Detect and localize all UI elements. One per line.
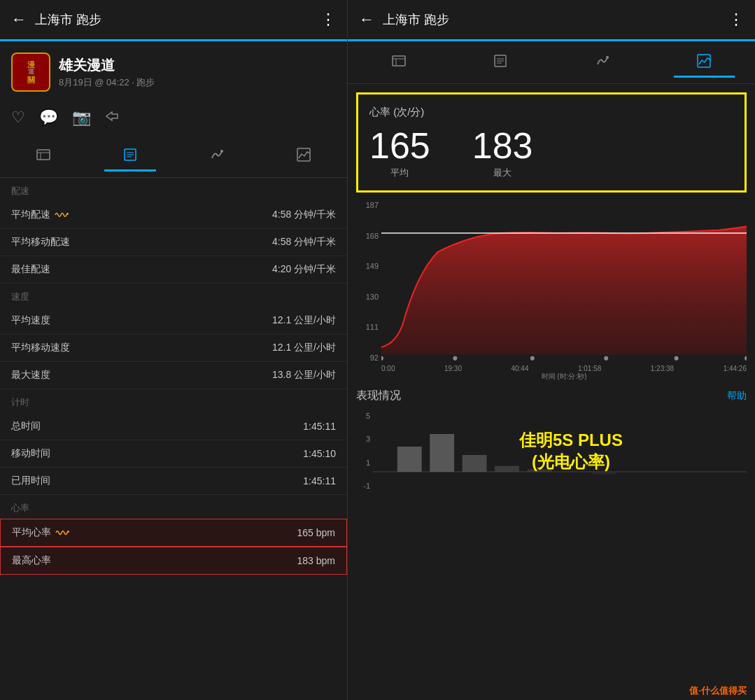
- y-label-187: 187: [366, 201, 379, 209]
- left-tab-map[interactable]: [0, 141, 87, 172]
- svg-rect-0: [37, 150, 50, 160]
- max-speed-value: 13.8 公里/小时: [272, 369, 336, 382]
- max-hr-label: 最高心率: [12, 554, 51, 567]
- section-header-speed: 速度: [0, 284, 347, 307]
- right-more-button[interactable]: ⋮: [728, 10, 744, 29]
- hr-avg-label: 平均: [390, 167, 409, 179]
- svg-rect-32: [528, 469, 552, 472]
- moving-time-label: 移动时间: [11, 447, 50, 460]
- svg-point-21: [453, 356, 457, 360]
- stat-row-elapsed-time: 已用时间 1:45:11: [0, 468, 347, 495]
- stat-row-avg-speed: 平均速度 12.1 公里/小时: [0, 307, 347, 335]
- y-label-130: 130: [366, 293, 379, 301]
- chart-y-labels: 187 168 149 130 111 92: [356, 201, 381, 362]
- hr-stats-content: 心率 (次/分) 165 平均 183 最大: [369, 106, 733, 179]
- hr-stats-box: 心率 (次/分) 165 平均 183 最大: [356, 92, 747, 192]
- svg-rect-31: [495, 466, 519, 472]
- right-tab-chart[interactable]: [654, 47, 756, 78]
- hr-chart-container: 187 168 149 130 111 92: [356, 201, 747, 383]
- y-label-168: 168: [366, 232, 379, 240]
- watermark: 值·什么值得买: [689, 685, 747, 696]
- svg-rect-17: [698, 55, 710, 67]
- right-tab-map[interactable]: [348, 47, 450, 78]
- avg-hr-label: 平均心率: [12, 526, 69, 539]
- avg-speed-value: 12.1 公里/小时: [272, 314, 336, 327]
- left-back-button[interactable]: ←: [11, 10, 27, 29]
- perf-y-3: 3: [366, 435, 370, 443]
- section-header-pace: 配速: [0, 178, 347, 202]
- left-page-title: 上海市 跑步: [35, 11, 320, 28]
- wave-icon-avg-pace: [55, 210, 69, 220]
- elapsed-time-label: 已用时间: [11, 475, 50, 487]
- left-more-button[interactable]: ⋮: [320, 10, 336, 29]
- total-time-label: 总时间: [11, 420, 41, 433]
- max-speed-label: 最大速度: [11, 369, 50, 382]
- right-stats-tab-icon: [493, 53, 508, 72]
- share-button[interactable]: [105, 108, 120, 127]
- svg-rect-26: [373, 409, 747, 493]
- like-button[interactable]: ♡: [11, 108, 25, 127]
- svg-rect-8: [297, 148, 310, 161]
- stat-row-total-time: 总时间 1:45:11: [0, 413, 347, 440]
- best-pace-value: 4:20 分钟/千米: [272, 263, 336, 276]
- performance-section: 表现情况 帮助 5 3 1 -1: [356, 388, 747, 676]
- avg-moving-pace-value: 4:58 分钟/千米: [272, 236, 336, 248]
- svg-rect-34: [592, 472, 616, 475]
- stat-row-avg-hr: 平均心率 165 bpm: [0, 519, 347, 547]
- stat-row-max-speed: 最大速度 13.8 公里/小时: [0, 362, 347, 389]
- hr-numbers: 165 平均 183 最大: [369, 127, 733, 179]
- elapsed-time-value: 1:45:11: [303, 475, 336, 486]
- right-map-tab-icon: [391, 53, 407, 72]
- right-back-button[interactable]: ←: [359, 10, 374, 29]
- avg-pace-label: 平均配速: [11, 209, 69, 221]
- avg-pace-value: 4:58 分钟/千米: [272, 209, 336, 221]
- stat-row-max-hr: 最高心率 183 bpm: [0, 547, 347, 575]
- perf-y-1: 1: [366, 458, 370, 467]
- stat-row-avg-moving-speed: 平均移动速度 12.1 公里/小时: [0, 335, 347, 362]
- stat-row-avg-moving-pace: 平均移动配速 4:58 分钟/千米: [0, 229, 347, 256]
- avg-hr-value: 165 bpm: [297, 527, 335, 538]
- performance-help-button[interactable]: 帮助: [727, 390, 747, 402]
- perf-y-labels: 5 3 1 -1: [356, 409, 373, 493]
- watermark-area: 值·什么值得买: [348, 681, 755, 700]
- profile-name: 雄关漫道: [59, 56, 155, 75]
- stat-row-avg-pace: 平均配速 4:58 分钟/千米: [0, 202, 347, 229]
- right-tab-stats[interactable]: [450, 47, 552, 78]
- svg-point-16: [606, 56, 609, 59]
- best-pace-label: 最佳配速: [11, 263, 50, 276]
- profile-section: 漫 道 關 雄关漫道 8月19日 @ 04:22 · 跑步: [0, 41, 347, 103]
- svg-point-24: [675, 356, 679, 360]
- left-panel: ← 上海市 跑步 ⋮ 漫 道 關 雄关漫道 8月19日 @ 04:22 · 跑步…: [0, 0, 348, 700]
- right-tab-segments[interactable]: [551, 47, 654, 78]
- avg-moving-pace-label: 平均移动配速: [11, 236, 70, 248]
- perf-y-neg1: -1: [363, 482, 370, 490]
- hr-max-number: 183: [472, 127, 533, 164]
- chart-tab-icon: [296, 147, 311, 166]
- avg-moving-speed-value: 12.1 公里/小时: [272, 342, 336, 354]
- performance-title: 表现情况: [356, 388, 401, 403]
- total-time-value: 1:45:11: [303, 421, 336, 432]
- comment-button[interactable]: 💬: [39, 108, 58, 127]
- hr-avg-number: 165: [369, 127, 430, 164]
- left-tab-stats[interactable]: [87, 141, 174, 172]
- left-tab-segments[interactable]: [174, 141, 260, 172]
- chart-svg-area: [381, 201, 747, 362]
- svg-rect-30: [463, 455, 487, 472]
- performance-header: 表现情况 帮助: [356, 388, 747, 403]
- y-label-92: 92: [370, 354, 379, 362]
- performance-chart: 5 3 1 -1: [356, 409, 747, 493]
- stat-row-best-pace: 最佳配速 4:20 分钟/千米: [0, 256, 347, 284]
- right-chart-tab-icon: [696, 53, 712, 72]
- stats-tab-icon: [122, 147, 138, 166]
- camera-button[interactable]: 📷: [72, 108, 91, 127]
- left-top-bar: ← 上海市 跑步 ⋮: [0, 0, 347, 39]
- left-tab-chart[interactable]: [260, 141, 347, 172]
- right-page-title: 上海市 跑步: [383, 11, 728, 28]
- svg-point-7: [220, 150, 223, 153]
- moving-time-value: 1:45:10: [303, 448, 336, 459]
- perf-chart-svg: [373, 409, 747, 493]
- svg-rect-9: [393, 56, 405, 66]
- y-label-111: 111: [366, 323, 379, 331]
- max-hr-value: 183 bpm: [297, 555, 335, 566]
- section-header-time: 计时: [0, 389, 347, 413]
